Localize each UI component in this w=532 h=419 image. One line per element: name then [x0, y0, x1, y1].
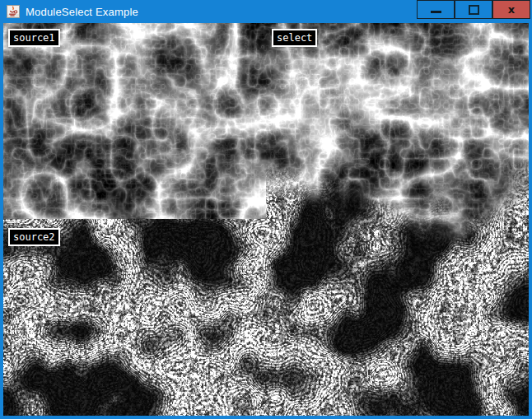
close-button[interactable]: x: [492, 0, 530, 19]
render-area: source1 select source2: [3, 23, 529, 416]
java-coffee-cup-icon: [7, 5, 20, 18]
label-source1: source1: [8, 29, 60, 47]
titlebar[interactable]: ModuleSelect Example x: [0, 0, 532, 23]
window-title: ModuleSelect Example: [26, 6, 138, 18]
minimize-button[interactable]: [417, 0, 455, 19]
label-select: select: [272, 29, 317, 47]
maximize-button[interactable]: [455, 0, 492, 19]
close-x-icon: x: [508, 4, 515, 15]
window-controls: x: [417, 0, 530, 19]
maximize-square-icon: [469, 5, 479, 15]
minimize-dash-icon: [431, 11, 441, 13]
app-window: ModuleSelect Example x source1 select so…: [0, 0, 532, 419]
noise-canvas: [3, 23, 529, 416]
label-source2: source2: [8, 228, 60, 246]
